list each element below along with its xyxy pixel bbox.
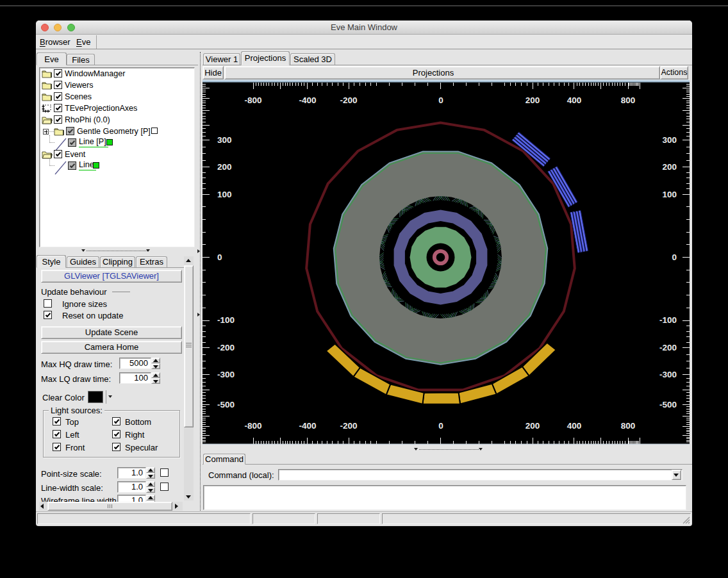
svg-text:400: 400: [567, 421, 582, 431]
svg-text:300: 300: [662, 135, 677, 145]
svg-text:0: 0: [438, 95, 443, 105]
svg-text:-300: -300: [217, 370, 235, 379]
svg-text:0: 0: [672, 252, 677, 262]
svg-text:400: 400: [567, 95, 582, 105]
svg-text:800: 800: [621, 421, 636, 431]
svg-text:-100: -100: [217, 315, 235, 325]
svg-text:200: 200: [525, 95, 540, 105]
svg-text:-100: -100: [659, 315, 677, 325]
svg-text:200: 200: [662, 162, 677, 172]
svg-text:0: 0: [438, 421, 443, 431]
svg-text:100: 100: [662, 190, 677, 199]
svg-text:-200: -200: [340, 95, 357, 105]
svg-text:200: 200: [217, 162, 232, 172]
svg-text:-200: -200: [659, 343, 677, 352]
svg-text:-800: -800: [244, 421, 261, 431]
svg-text:200: 200: [525, 421, 540, 431]
svg-text:-400: -400: [299, 95, 316, 105]
svg-text:-200: -200: [340, 421, 357, 431]
svg-text:-300: -300: [659, 370, 677, 379]
svg-text:-200: -200: [217, 343, 235, 352]
svg-text:0: 0: [217, 252, 222, 262]
svg-text:-400: -400: [299, 421, 316, 431]
svg-text:-500: -500: [217, 400, 235, 409]
svg-text:100: 100: [217, 190, 232, 199]
svg-text:-500: -500: [659, 400, 677, 409]
svg-text:800: 800: [621, 95, 636, 105]
svg-text:300: 300: [217, 135, 232, 145]
svg-text:-800: -800: [244, 95, 261, 105]
